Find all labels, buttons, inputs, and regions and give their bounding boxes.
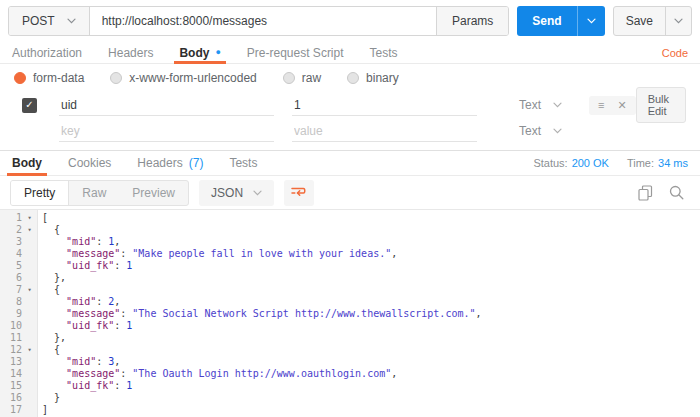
time-value[interactable]: 34 ms (658, 157, 688, 169)
code-token: 1 (126, 260, 132, 271)
params-button[interactable]: Params (436, 7, 508, 35)
code-text: "mid": 2, (37, 296, 120, 308)
code-token (42, 356, 66, 367)
code-text: }, (37, 332, 66, 344)
fold-caret-icon[interactable]: ▾ (22, 344, 37, 356)
line-number: 5 (0, 260, 22, 272)
mode-label: form-data (33, 71, 84, 85)
copy-icon[interactable] (638, 185, 653, 201)
code-text: "mid": 1, (37, 236, 120, 248)
type-dropdown[interactable]: Text (519, 98, 577, 112)
new-value-input[interactable] (292, 121, 477, 142)
body-mode-raw[interactable]: raw (283, 71, 321, 85)
request-tab-body[interactable]: Body● (179, 42, 220, 63)
code-text: "uid_fk": 1 (37, 380, 132, 392)
remove-row-icon[interactable]: ✕ (617, 100, 626, 111)
code-text: "message": "The Social Network Script ht… (37, 308, 482, 320)
code-token: "message" (66, 368, 120, 379)
key-cell (59, 121, 274, 142)
request-tab-headers[interactable]: Headers (108, 42, 153, 63)
search-icon[interactable] (669, 185, 684, 200)
code-token: : (96, 236, 108, 247)
fold-caret-icon (22, 308, 37, 320)
line-number: 17 (0, 404, 22, 416)
type-dropdown[interactable]: Text (519, 124, 577, 138)
body-mode-binary[interactable]: binary (347, 71, 399, 85)
fold-caret-icon (22, 236, 37, 248)
request-tab-tests[interactable]: Tests (370, 42, 398, 63)
code-token (42, 380, 66, 391)
code-token: [ (42, 212, 48, 223)
tab-label: Tests (370, 46, 398, 60)
line-number: 4 (0, 248, 22, 260)
row-checkbox[interactable]: ✓ (22, 98, 37, 113)
view-mode-pretty[interactable]: Pretty (11, 181, 69, 205)
fold-caret-icon (22, 380, 37, 392)
wrap-text-icon (291, 187, 307, 198)
bulk-edit-button[interactable]: Bulk Edit (636, 87, 686, 123)
response-tab-tests[interactable]: Tests (229, 151, 257, 175)
request-tab-authorization[interactable]: Authorization (12, 42, 82, 63)
fold-caret-icon (22, 296, 37, 308)
body-mode-form-data[interactable]: form-data (14, 71, 84, 85)
fold-caret-icon (22, 404, 37, 416)
line-number: 10 (0, 320, 22, 332)
response-tab-body[interactable]: Body (12, 151, 42, 175)
fold-caret-icon (22, 248, 37, 260)
value-cell (292, 121, 477, 142)
tab-label: Cookies (68, 156, 111, 170)
response-tab-cookies[interactable]: Cookies (68, 151, 111, 175)
wrap-text-button[interactable] (284, 180, 314, 206)
format-dropdown[interactable]: JSON (199, 180, 274, 206)
form-data-new-row: Text (8, 118, 692, 144)
row-actions: ≡ ✕ (589, 96, 636, 115)
code-token: : (114, 320, 126, 331)
new-key-input[interactable] (59, 121, 274, 142)
tab-label: Tests (229, 156, 257, 170)
method-dropdown[interactable]: POST (9, 7, 90, 35)
line-number: 14 (0, 368, 22, 380)
send-options-button[interactable] (577, 6, 605, 36)
fold-caret-icon[interactable]: ▾ (22, 224, 37, 236)
code-token: "mid" (66, 356, 96, 367)
view-mode-preview[interactable]: Preview (119, 181, 188, 205)
tab-label: Body (179, 46, 209, 60)
line-number: 15 (0, 380, 22, 392)
fold-caret-icon[interactable]: ▾ (22, 212, 37, 224)
response-tab-headers[interactable]: Headers(7) (137, 151, 203, 175)
code-token (42, 368, 66, 379)
url-input[interactable] (90, 7, 436, 35)
line-number: 7 (0, 284, 22, 296)
response-body-viewer: 1▾[2▾ {3 "mid": 1,4 "message": "Make peo… (0, 209, 700, 417)
code-line: 11 }, (0, 332, 700, 344)
value-input[interactable] (292, 95, 477, 116)
code-link[interactable]: Code (662, 47, 688, 59)
url-group: POST Params (8, 6, 509, 36)
fold-caret-icon (22, 272, 37, 284)
code-line: 3 "mid": 1, (0, 236, 700, 248)
radio-icon (283, 72, 295, 84)
body-mode-x-www-form-urlencoded[interactable]: x-www-form-urlencoded (110, 71, 256, 85)
response-tools (638, 185, 690, 201)
code-token: }, (42, 332, 66, 343)
key-input[interactable] (59, 95, 274, 116)
fold-caret-icon (22, 320, 37, 332)
key-cell (59, 95, 274, 116)
code-line: 6 }, (0, 272, 700, 284)
status-value[interactable]: 200 OK (572, 157, 609, 169)
body-type-selector: form-datax-www-form-urlencodedrawbinary (0, 64, 700, 92)
save-button[interactable]: Save (614, 7, 665, 35)
code-token (42, 260, 66, 271)
fold-caret-icon[interactable]: ▾ (22, 284, 37, 296)
code-line: 7▾ { (0, 284, 700, 296)
mode-label: binary (366, 71, 399, 85)
request-tabs-bar: AuthorizationHeadersBody●Pre-request Scr… (0, 42, 700, 64)
reorder-icon[interactable]: ≡ (598, 100, 604, 111)
view-mode-raw[interactable]: Raw (69, 181, 119, 205)
request-tab-pre-request-script[interactable]: Pre-request Script (247, 42, 344, 63)
save-options-button[interactable] (665, 7, 691, 35)
send-button[interactable]: Send (517, 6, 576, 36)
code-text: "uid_fk": 1 (37, 260, 132, 272)
line-number: 12 (0, 344, 22, 356)
type-label: Text (519, 124, 541, 138)
